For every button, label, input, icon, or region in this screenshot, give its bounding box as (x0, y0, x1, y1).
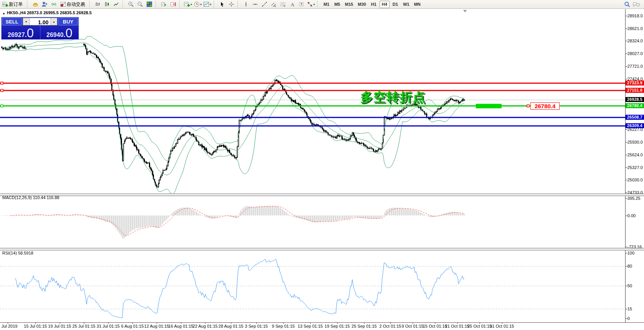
hline-price-tag[interactable]: 26780.4 (626, 103, 644, 108)
date-axis-label: 25 Oct 01:15 (468, 324, 492, 328)
timeframe-m5-button[interactable]: M5 (332, 1, 342, 8)
bar-chart-button[interactable] (94, 0, 102, 8)
chart-shift-marker[interactable] (463, 10, 467, 12)
cursor-button[interactable] (218, 0, 226, 8)
price-axis-tick-label: 24733.0 (627, 190, 643, 195)
toolbar-separator (89, 1, 92, 8)
date-axis-label: 31 Jul 01:15 (97, 324, 120, 328)
sell-price[interactable]: 26927.0 (2, 26, 40, 39)
crosshair-icon (228, 1, 234, 7)
fibonacci-icon: F (280, 1, 286, 7)
date-axis-label: 21 Oct 01:15 (445, 324, 470, 328)
date-axis-label: 19 Jul 01:15 (48, 324, 71, 328)
date-axis-label: 9 Oct 01:15 (402, 324, 424, 328)
date-axis-label: 15 Oct 01:15 (423, 324, 447, 328)
sell-button[interactable]: SELL (2, 18, 22, 25)
rsi-axis-tick-label: 0 (627, 316, 630, 321)
volume-decrease-button[interactable]: ▼ (23, 18, 30, 25)
date-axis-label: 9 Jul 2019 (0, 324, 17, 328)
chevron-down-icon: ▾ (200, 3, 202, 6)
quotes-button[interactable] (31, 0, 40, 8)
toolbar-separator (122, 1, 125, 8)
timeframe-w1-button[interactable]: W1 (401, 1, 411, 8)
zoom-out-button[interactable] (136, 0, 144, 8)
hline-price-tag[interactable]: 26508.7 (626, 115, 644, 120)
date-axis-label: 3 Sep 01:15 (245, 324, 268, 328)
new-order-button[interactable]: 新订单 (1, 0, 25, 8)
periods-button[interactable]: ▾ (193, 0, 202, 8)
date-axis-label: 31 Oct 01:15 (490, 324, 514, 328)
date-axis-label: 16 Aug 01:15 (169, 324, 194, 328)
price-axis-tick-label: 25624.0 (627, 152, 643, 157)
toolbar-separator (27, 1, 30, 8)
chart-canvas[interactable] (0, 0, 644, 330)
date-axis-label: 19 Sep 01:15 (325, 324, 350, 328)
zoom-out-icon (137, 1, 143, 7)
price-axis-tick-label: 27721.0 (627, 64, 643, 69)
candlestick-chart-button[interactable] (103, 0, 111, 8)
buy-price[interactable]: 26940.0 (40, 26, 79, 39)
chart-shift-icon (170, 1, 176, 7)
macd-panel-separator[interactable] (0, 194, 644, 196)
line-chart-button[interactable] (112, 0, 120, 8)
date-axis-label: 22 Aug 01:15 (193, 324, 218, 328)
timeframe-h4-button[interactable]: H4 (380, 1, 390, 8)
chart-annotation-text[interactable]: 多空转折点 (360, 89, 426, 106)
trendline-button[interactable] (260, 0, 269, 8)
current-price-tag[interactable]: 26928.5 (626, 97, 644, 102)
autotrading-button[interactable]: 自动交易 (59, 0, 87, 8)
autotrading-icon (60, 1, 66, 7)
volume-value[interactable]: 1.00 (30, 18, 50, 25)
indicators-button[interactable]: ▾ (184, 0, 192, 8)
hline-price-tag[interactable]: 27151.8 (626, 88, 644, 93)
date-axis-label: 9 Sep 01:15 (272, 324, 294, 328)
price-axis-tick-label: 28918.0 (627, 13, 643, 18)
channel-button[interactable]: E (269, 0, 278, 8)
vertical-line-icon (243, 1, 249, 7)
data-window-icon (42, 1, 48, 7)
tile-windows-button[interactable] (145, 0, 154, 8)
chart-shift-button[interactable] (169, 0, 177, 8)
timeframe-m1-button[interactable]: M1 (321, 1, 331, 8)
chevron-down-icon: ▾ (313, 3, 315, 6)
rsi-axis-tick-label: 50 (627, 283, 632, 288)
timeframe-d1-button[interactable]: D1 (390, 1, 400, 8)
svg-text:E: E (274, 5, 276, 7)
autotrading-label: 自动交易 (67, 1, 85, 8)
zoom-in-button[interactable] (127, 0, 135, 8)
price-axis-tick-label: 25327.0 (627, 165, 643, 170)
buy-price-big-digit: 0 (65, 28, 72, 38)
text-label-button[interactable]: T (297, 0, 306, 8)
timeframe-m15-button[interactable]: M15 (343, 1, 355, 8)
template-icon (203, 1, 209, 7)
rsi-panel-separator[interactable] (0, 248, 644, 250)
hline-price-tag[interactable]: 26309.4 (626, 123, 644, 128)
horizontal-line-button[interactable] (251, 0, 259, 8)
crosshair-button[interactable] (227, 0, 236, 8)
signal-button[interactable] (50, 0, 58, 8)
triangle-down-icon: ▼ (25, 20, 28, 23)
fibonacci-button[interactable]: F (279, 0, 287, 8)
template-button[interactable]: ▾ (203, 0, 212, 8)
buy-button[interactable]: BUY (58, 18, 78, 25)
auto-scroll-icon (161, 1, 167, 7)
signal-icon (51, 1, 57, 7)
price-label-box[interactable]: 26780.4 (530, 102, 560, 110)
search-icon (624, 1, 631, 8)
date-axis-label: 15 Jul 01:15 (24, 324, 47, 328)
hline-price-tag[interactable]: 27323.9 (626, 80, 644, 85)
svg-text:F: F (284, 5, 286, 7)
chat-button[interactable] (632, 0, 641, 8)
auto-scroll-button[interactable] (160, 0, 168, 8)
data-window-button[interactable] (40, 0, 49, 8)
search-button[interactable] (623, 0, 631, 8)
date-axis-label: 2 Oct 01:15 (380, 324, 401, 328)
timeframe-mn-button[interactable]: MN (412, 1, 422, 8)
price-axis-tick-label: 28324.0 (627, 39, 643, 43)
timeframe-m30-button[interactable]: M30 (356, 1, 368, 8)
timeframe-h1-button[interactable]: H1 (369, 1, 379, 8)
arrows-button[interactable]: ▾ (306, 0, 315, 8)
text-button[interactable]: A (288, 0, 296, 8)
volume-increase-button[interactable]: ▲ (50, 18, 57, 25)
vertical-line-button[interactable] (242, 0, 250, 8)
